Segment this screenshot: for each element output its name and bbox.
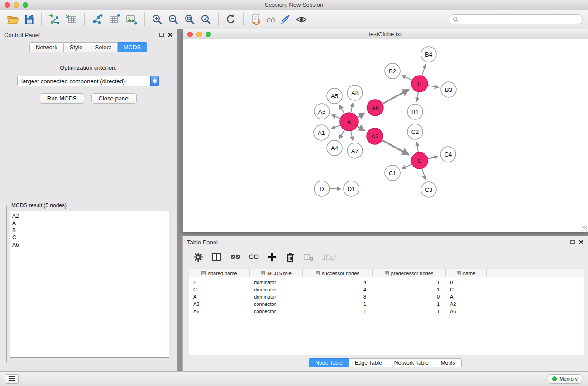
graph-node-A[interactable]: A	[340, 113, 358, 131]
export-network-button[interactable]	[91, 12, 103, 27]
open-session-button[interactable]	[7, 12, 19, 27]
refresh-view-button[interactable]	[225, 12, 236, 27]
graph-edge-C-C3[interactable]	[422, 169, 425, 180]
graph-node-C4[interactable]: C4	[440, 147, 456, 162]
graph-edge-B-B4[interactable]	[422, 64, 426, 76]
column-header-shared-name[interactable]: shared name	[189, 269, 250, 277]
graph-edge-B-B2[interactable]	[402, 76, 412, 80]
delete-columns-button[interactable]	[304, 252, 314, 262]
tab-motifs[interactable]: Motifs	[435, 358, 462, 367]
table-row[interactable]: Adominator80A	[189, 293, 584, 300]
graph-node-B2[interactable]: B2	[385, 63, 400, 79]
graph-edge-A-A3[interactable]	[332, 115, 340, 118]
graph-edge-C-C2[interactable]	[417, 142, 419, 152]
graph-node-C3[interactable]: C3	[421, 182, 436, 197]
run-mcds-button[interactable]: Run MCDS	[40, 93, 84, 104]
table-row[interactable]: A6connector11A6	[189, 308, 584, 315]
network-zoom-button[interactable]	[206, 32, 211, 37]
graph-node-C2[interactable]: C2	[407, 124, 423, 139]
network-close-button[interactable]	[187, 32, 193, 37]
add-row-button[interactable]	[268, 253, 277, 262]
graph-node-B3[interactable]: B3	[441, 82, 456, 97]
float-panel-icon[interactable]	[570, 240, 575, 244]
table-settings-button[interactable]	[193, 252, 203, 262]
graph-node-A8[interactable]: A8	[347, 85, 363, 100]
float-panel-icon[interactable]	[159, 33, 164, 37]
graph-node-A1[interactable]: A1	[314, 125, 329, 140]
table-row[interactable]: Bdominator41B	[189, 279, 584, 286]
close-window-button[interactable]	[5, 2, 10, 8]
graph-node-A4[interactable]: A4	[327, 140, 342, 156]
apply-style-button[interactable]	[280, 12, 291, 27]
graph-node-A6[interactable]: A6	[367, 100, 383, 116]
graph-edge-A-A5[interactable]	[339, 105, 344, 114]
list-item[interactable]: B	[10, 227, 169, 234]
graph-node-A7[interactable]: A7	[347, 143, 363, 158]
table-row[interactable]: Cdominator41C	[189, 286, 584, 293]
network-canvas[interactable]: B4B2BB3A5A8A6A3B1AC2A1A2A4A7C4CC1DD1C3	[183, 39, 588, 232]
tab-network[interactable]: Network	[29, 42, 64, 52]
function-builder-button[interactable]: f(x)	[322, 253, 335, 262]
tab-edge-table[interactable]: Edge Table	[349, 358, 388, 367]
graph-node-A5[interactable]: A5	[327, 88, 342, 104]
graph-node-B4[interactable]: B4	[421, 47, 436, 62]
graph-edge-A-A1[interactable]	[331, 125, 340, 129]
memory-button[interactable]: Memory	[547, 374, 583, 384]
minimize-window-button[interactable]	[14, 2, 19, 8]
import-table-button[interactable]	[66, 12, 77, 27]
table-row[interactable]: A2connector11A2	[189, 300, 584, 308]
list-item[interactable]: C	[10, 234, 169, 241]
optimization-criterion-select[interactable]: largest connected component (directed)	[17, 76, 159, 86]
graph-node-B[interactable]: B	[411, 76, 428, 92]
close-panel-icon[interactable]	[579, 240, 583, 244]
list-item[interactable]: A	[10, 219, 169, 227]
network-minimize-button[interactable]	[196, 32, 202, 37]
graph-edge-C-C4[interactable]	[428, 157, 438, 159]
zoom-fit-button[interactable]	[184, 12, 195, 27]
network-svg[interactable]: B4B2BB3A5A8A6A3B1AC2A1A2A4A7C4CC1DD1C3	[183, 39, 588, 232]
zoom-window-button[interactable]	[23, 2, 28, 8]
delete-rows-button[interactable]	[285, 252, 295, 262]
list-item[interactable]: A2	[10, 212, 169, 219]
tab-network-table[interactable]: Network Table	[388, 358, 435, 367]
open-browser-button[interactable]: ⌂⌂	[267, 12, 274, 27]
clone-network-button[interactable]	[250, 12, 261, 27]
graph-edge-C-C1[interactable]	[402, 164, 412, 169]
export-table-button[interactable]	[109, 12, 120, 27]
select-all-button[interactable]	[230, 252, 240, 262]
close-panel-button[interactable]: Close panel	[91, 93, 137, 104]
resize-grip[interactable]	[582, 226, 587, 231]
graph-node-B1[interactable]: B1	[407, 104, 423, 119]
export-image-button[interactable]	[126, 12, 138, 27]
zoom-out-button[interactable]	[168, 12, 179, 27]
tab-select[interactable]: Select	[89, 42, 118, 52]
show-hide-graphics-button[interactable]	[296, 12, 307, 27]
column-header-predecessor-nodes[interactable]: predecessor nodes	[373, 269, 446, 277]
graph-edge-A2-C[interactable]	[382, 140, 409, 155]
graph-edge-A-A2[interactable]	[357, 126, 364, 130]
graph-node-A3[interactable]: A3	[314, 104, 330, 119]
graph-edge-B-B3[interactable]	[428, 86, 439, 88]
graph-edge-A-A6[interactable]	[358, 113, 365, 117]
import-network-button[interactable]	[48, 12, 60, 27]
column-header-successor-nodes[interactable]: successor nodes	[303, 269, 373, 277]
tab-style[interactable]: Style	[64, 42, 89, 52]
graph-edge-A-A7[interactable]	[351, 131, 353, 141]
zoom-selected-button[interactable]	[201, 12, 211, 27]
graph-node-C[interactable]: C	[411, 152, 428, 169]
mcds-result-list[interactable]: A2ABCA6	[10, 211, 169, 358]
list-item[interactable]: A6	[10, 241, 169, 248]
zoom-in-button[interactable]	[152, 12, 163, 27]
graph-node-A2[interactable]: A2	[367, 128, 383, 144]
graph-node-C1[interactable]: C1	[385, 165, 400, 181]
graph-edge-A-A8[interactable]	[351, 103, 353, 113]
column-header-name[interactable]: name	[446, 269, 487, 277]
task-history-button[interactable]	[5, 374, 19, 384]
search-input[interactable]	[461, 16, 578, 23]
graph-edge-B-B1[interactable]	[417, 92, 418, 102]
deselect-all-button[interactable]	[249, 252, 259, 262]
column-visibility-button[interactable]	[212, 252, 222, 262]
graph-edge-A-A4[interactable]	[339, 130, 344, 139]
column-header-MCDS-role[interactable]: MCDS role	[250, 269, 303, 277]
close-panel-icon[interactable]	[168, 33, 172, 37]
